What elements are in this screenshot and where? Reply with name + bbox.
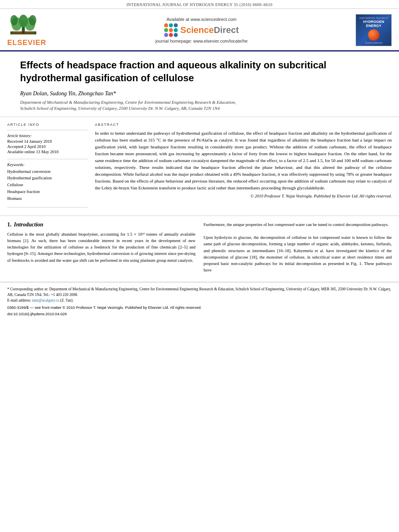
article-info-abstract: ARTICLE INFO Article history: Received 1… <box>0 117 399 216</box>
section-number: 1. <box>7 222 12 228</box>
keywords-label: Keywords: <box>7 162 88 167</box>
he-badge-top-text: International Journal of <box>359 16 388 20</box>
article-info-label: ARTICLE INFO <box>7 123 88 127</box>
footer-area: * Corresponding author at: Department of… <box>0 282 399 320</box>
article-title-section: Effects of headspace fraction and aqueou… <box>0 51 399 117</box>
accepted-date: Accepted 2 April 2010 <box>7 144 88 149</box>
svg-rect-8 <box>22 31 25 33</box>
history-label: Article history: <box>7 134 88 138</box>
he-badge-circle-icon <box>368 29 379 40</box>
page: INTERNATIONAL JOURNAL OF HYDROGEN ENERGY… <box>0 0 399 532</box>
elsevier-wordmark: ELSEVIER <box>7 39 56 47</box>
body-right-col: Furthermore, the unique properties of ho… <box>204 222 392 274</box>
intro-heading: 1.Introduction <box>7 222 195 228</box>
journal-center: Available at www.sciencedirect.com Scien… <box>56 17 348 43</box>
intro-left-text: Cellulose is the most globally abundant … <box>7 231 195 264</box>
article-info-col: ARTICLE INFO Article history: Received 1… <box>7 123 88 211</box>
article-authors: Ryan Dolan, Sudong Yin, Zhongchao Tan* <box>20 90 379 97</box>
svg-point-6 <box>19 15 28 27</box>
sciencedirect-text: ScienceDirect <box>180 25 239 35</box>
journal-header: ELSEVIER Available at www.sciencedirect.… <box>0 9 399 51</box>
email-attribution: (Z. Tan). <box>60 298 74 302</box>
body-left-col: 1.Introduction Cellulose is the most glo… <box>7 222 195 274</box>
keyword-3: Cellulose <box>7 182 88 189</box>
available-text: Available at www.sciencedirect.com <box>167 17 237 22</box>
keyword-5: Biomass <box>7 195 88 202</box>
section-title: Introduction <box>14 222 43 228</box>
main-body: 1.Introduction Cellulose is the most glo… <box>0 216 399 278</box>
elsevier-logo: ELSEVIER <box>7 13 56 47</box>
abstract-copyright: © 2010 Professor T. Nejat Veziroglu. Pub… <box>95 194 392 198</box>
abstract-section-label: ABSTRACT <box>95 123 392 127</box>
corresponding-author-note: * Corresponding author at: Department of… <box>7 286 392 298</box>
journal-right: International Journal of HYDROGENENERGY … <box>348 14 392 46</box>
he-badge-publisher: ScienceDirect <box>365 41 382 44</box>
journal-homepage: journal homepage: www.elsevier.com/locat… <box>155 39 247 43</box>
received-date: Received 14 January 2010 <box>7 139 88 144</box>
keyword-4: Headspace fraction <box>7 189 88 195</box>
intro-right-text: Furthermore, the unique properties of ho… <box>204 222 392 274</box>
journal-topbar: INTERNATIONAL JOURNAL OF HYDROGEN ENERGY… <box>0 0 399 9</box>
sd-dots-icon <box>164 23 178 37</box>
affiliation-line1: Department of Mechanical & Manufacturing… <box>20 100 236 105</box>
footer-issn: 0360-3199/$ — see front matter © 2010 Pr… <box>7 305 392 310</box>
hydrogen-energy-badge: International Journal of HYDROGENENERGY … <box>356 14 392 46</box>
sciencedirect-logo: ScienceDirect <box>164 23 239 37</box>
keyword-2: Hydrothermal gasification <box>7 175 88 182</box>
body-two-col: 1.Introduction Cellulose is the most glo… <box>7 222 392 274</box>
abstract-text: In order to better understand the pathwa… <box>95 130 392 191</box>
abstract-col: ABSTRACT In order to better understand t… <box>95 123 392 211</box>
email-link[interactable]: tanz@ucalgary.ca <box>32 298 59 302</box>
available-online-date: Available online 13 May 2010 <box>7 150 88 154</box>
svg-point-5 <box>29 15 36 26</box>
svg-point-3 <box>10 15 18 26</box>
he-badge-title-text: HYDROGENENERGY <box>363 20 384 29</box>
affiliation-line2: Schulich School of Engineering, Universi… <box>20 106 220 111</box>
elsevier-tree-icon <box>7 13 39 37</box>
email-note: E-mail address: tanz@ucalgary.ca (Z. Tan… <box>7 298 392 303</box>
article-title: Effects of headspace fraction and aqueou… <box>20 59 379 85</box>
journal-info: INTERNATIONAL JOURNAL OF HYDROGEN ENERGY… <box>126 2 272 7</box>
footer-doi: doi:10.1016/j.ijhydene.2010.04.029 <box>7 312 392 316</box>
keyword-1: Hydrothermal conversion <box>7 168 88 175</box>
article-affiliation: Department of Mechanical & Manufacturing… <box>20 99 379 112</box>
